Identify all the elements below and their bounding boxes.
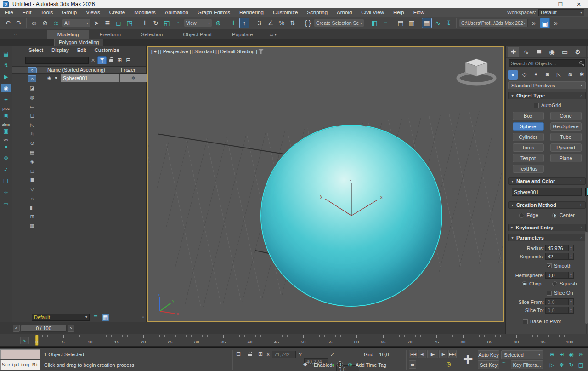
slice-from-field[interactable]: 0,0▲▼ [545,298,574,305]
display-filter-icon-13[interactable]: ⌂ [28,195,36,202]
display-filter-icon-5[interactable]: ◺ [28,121,36,128]
display-filter-icon-15[interactable]: ⊞ [28,213,36,220]
slice-on-checkbox[interactable] [547,291,552,296]
expand-all-icon[interactable]: ⊞ [116,57,123,63]
center-radio[interactable]: Center [552,212,575,218]
orbit-icon[interactable]: ↻ [567,360,576,369]
unlink-selection-icon[interactable]: ⊘ [40,18,50,28]
key-mode-toggle[interactable]: ◀▶ [409,360,416,369]
viewport-general-menu[interactable]: [ + ] [151,49,159,54]
toggle-layer-explorer-icon[interactable]: ▥ [407,18,417,28]
cylinder-button[interactable]: Cylinder [513,133,544,141]
listener-window-icon[interactable]: ↯ [1,61,11,69]
menu-create[interactable]: Create [105,8,130,17]
menu-arnold[interactable]: Arnold [332,8,356,17]
visibility-eye-icon[interactable]: ◉ [47,75,51,80]
menu-tools[interactable]: Tools [36,8,57,17]
play-button[interactable]: ▶ [427,350,438,358]
set-key-button[interactable]: Set Key [478,360,499,369]
display-filter-icon-9[interactable]: ◈ [28,158,36,165]
squash-radio[interactable]: Squash [552,281,577,286]
tab-create[interactable]: ✚ [508,47,519,57]
panel-scrollbar[interactable] [585,232,588,324]
redo-icon[interactable]: ↷ [14,18,24,28]
go-to-start-button[interactable]: |◀◀ [409,350,417,358]
select-and-manipulate-icon[interactable]: ✛ [228,18,238,28]
object-name-field[interactable] [512,188,582,196]
pan-icon[interactable]: ✥ [557,360,566,369]
hierarchy-mode-icon[interactable]: ▦ [102,314,109,321]
set-keys-button[interactable]: ✚ [460,350,476,369]
layers-icon[interactable]: ≣ [93,314,98,320]
align-icon[interactable]: ≡ [380,18,390,28]
tab-display[interactable]: ▭ [559,47,571,57]
parameters-rollout-header[interactable]: ▼ Parameters ⁙ [508,234,586,241]
next-key-button[interactable]: > [68,325,74,332]
selection-filter-dropdown[interactable]: All▾ [62,19,90,27]
time-tag-icon[interactable]: ⊕ [348,361,352,368]
display-filter-icon-6[interactable]: ≋ [28,131,36,137]
shield-icon[interactable]: ◆ [303,361,307,367]
viewport-standard-menu[interactable]: [ Standard ] [192,49,216,54]
zoom-all-icon[interactable]: ⊞ [557,350,566,359]
ribbon-overflow-icon[interactable]: ▭ ▾ [269,32,277,39]
category-geometry[interactable]: ● [508,70,518,80]
viewport-filter-icon[interactable] [258,49,264,54]
selection-lock-icon[interactable] [248,352,252,357]
chop-radio[interactable]: Chop [522,281,541,286]
time-configuration-icon[interactable]: ◷ [446,360,451,367]
zoom-icon[interactable]: ⊕ [548,350,556,359]
toolbar-overflow-icon[interactable]: » [529,18,539,28]
category-space-warps[interactable]: ≋ [565,70,575,80]
approve-list-icon[interactable]: ✓ [1,165,11,174]
rectangular-selection-region-icon[interactable]: ◻ [113,18,124,28]
reference-coordinate-dropdown[interactable]: View▾ [184,19,212,27]
run-script-icon[interactable]: ▶ [1,72,11,81]
category-helpers[interactable]: ◺ [554,70,564,80]
display-filter-icon-14[interactable]: ◧ [28,204,36,211]
select-and-place-icon[interactable]: ◔ [173,18,183,28]
frozen-column-header[interactable]: Frozen [121,67,136,73]
command-search-input[interactable] [509,59,585,67]
script-editor-icon[interactable]: ▤ [1,49,11,58]
project-folder-dropdown[interactable]: C:\Users\Prof...\3ds Max 202▾ [459,19,528,27]
maximize-viewport-icon[interactable]: ◰ [577,360,585,369]
ribbon-tab-modeling[interactable]: Modeling [47,30,90,39]
hemisphere-field[interactable]: 0,0▲▼ [545,272,574,279]
named-selection-sets-dropdown[interactable]: Create Selection Se▾ [314,19,364,27]
slice-to-field[interactable]: 0,0▲▼ [545,307,574,314]
select-and-move-icon[interactable]: ✛ [140,18,150,28]
view-cube[interactable] [455,54,498,87]
category-cameras[interactable]: ◙ [543,70,552,80]
perspective-viewport[interactable]: z y x z y x [ + ] [ Perspective ] [ Stan… [147,46,504,322]
undo-icon[interactable]: ↶ [3,18,13,28]
toggle-scene-explorer-icon[interactable]: ▤ [396,18,406,28]
tab-hierarchy[interactable]: ≣ [533,47,545,57]
table-row[interactable]: ◉●Sphere001❄ [12,74,146,82]
smooth-checkbox[interactable] [547,263,552,268]
menu-edit[interactable]: Edit [18,8,36,17]
menu-flow[interactable]: Flow [409,8,429,17]
base-to-pivot-checkbox[interactable] [523,319,528,324]
mini-window-icon[interactable]: ▭ [1,200,11,208]
keyboard-shortcut-override-icon[interactable]: ↑ [239,18,249,28]
autogrid-checkbox[interactable] [534,103,539,108]
absolute-mode-icon[interactable]: ⊞ [258,351,263,357]
maxscript-mini-listener[interactable]: Scripting Mi [0,360,40,370]
pyramid-button[interactable]: Pyramid [550,143,582,152]
explorer-menu-select[interactable]: Select [24,46,47,55]
creation-method-rollout-header[interactable]: ▼ Creation Method ⁙ [508,201,586,209]
gesture-tool-icon[interactable]: ✥ [1,154,11,162]
volume-create-icon[interactable]: vol● [1,138,11,151]
explorer-menu-customize[interactable]: Customize [90,46,124,55]
filter-button[interactable] [97,56,107,64]
snaps-toggle-3d-icon[interactable]: 3 [254,18,265,28]
frozen-cell[interactable]: ❄ [120,74,147,82]
edit-named-selection-sets-icon[interactable]: { } [303,18,313,28]
render-setup-icon[interactable]: ↧ [444,18,454,28]
schematic-view-icon[interactable]: ∿ [433,18,443,28]
select-object-icon[interactable]: ➤ [91,18,102,28]
display-filter-icon-10[interactable]: □ [28,167,36,174]
tube-button[interactable]: Tube [550,133,582,141]
select-by-name-icon[interactable]: ≣ [102,18,113,28]
